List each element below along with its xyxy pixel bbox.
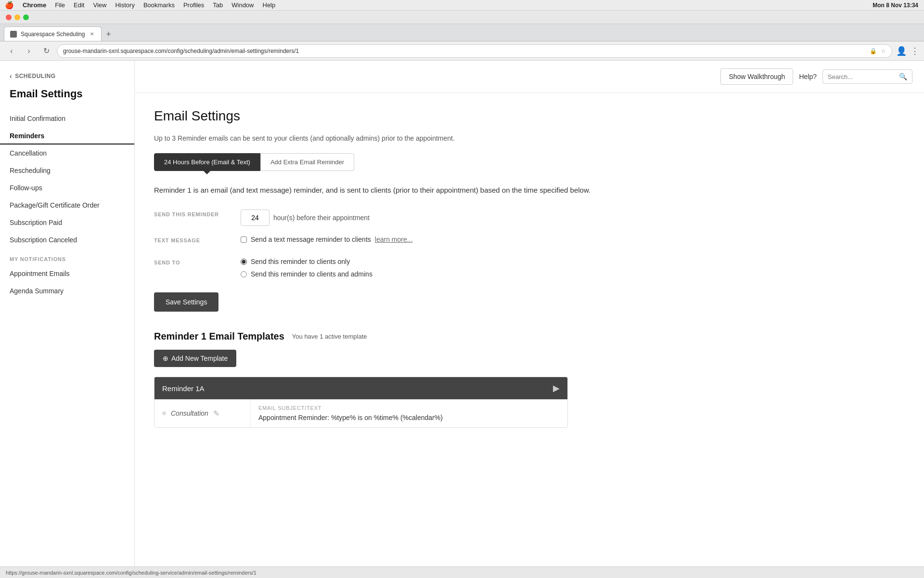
menu-window[interactable]: Window <box>231 1 254 9</box>
template-email-value: Appointment Reminder: %type% is on %time… <box>258 414 560 421</box>
save-settings-button[interactable]: Save Settings <box>154 292 218 312</box>
template-card: Reminder 1A ▶ Consultation ✎ EMAIL SUBJE… <box>154 377 568 428</box>
tab-add-extra[interactable]: Add Extra Email Reminder <box>260 153 354 171</box>
sidebar: ‹ SCHEDULING Email Settings Initial Conf… <box>0 61 135 566</box>
address-bar-row: ‹ › ↻ grouse-mandarin-sxnl.squarespace.c… <box>0 41 924 61</box>
status-url: https://grouse-mandarin-sxnl.squarespace… <box>6 570 257 576</box>
radio-clients-only-label: Send this reminder to clients only <box>251 258 350 265</box>
address-bar[interactable]: grouse-mandarin-sxnl.squarespace.com/con… <box>57 44 892 58</box>
sidebar-item-agenda-summary[interactable]: Agenda Summary <box>0 282 134 300</box>
form-section: SEND THIS REMINDER hour(s) before their … <box>154 210 905 283</box>
hours-suffix: hour(s) before their appointment <box>273 214 370 222</box>
send-to-control: Send this reminder to clients only Send … <box>241 258 905 283</box>
close-window-button[interactable] <box>6 14 12 20</box>
tab-buttons: 24 Hours Before (Email & Text) Add Extra… <box>154 153 905 171</box>
traffic-lights <box>6 14 29 20</box>
mac-menu-bar: 🍎 Chrome File Edit View History Bookmark… <box>0 0 924 11</box>
template-card-header: Reminder 1A ▶ <box>154 377 567 399</box>
back-button[interactable]: ‹ <box>5 44 18 58</box>
radio-clients-only[interactable] <box>241 259 247 265</box>
send-reminder-row: SEND THIS REMINDER hour(s) before their … <box>154 210 905 226</box>
new-tab-button[interactable]: + <box>102 27 115 41</box>
search-icon[interactable]: 🔍 <box>899 73 907 80</box>
sidebar-item-appointment-emails[interactable]: Appointment Emails <box>0 265 134 282</box>
learn-more-link[interactable]: learn more... <box>375 236 413 243</box>
menu-profiles[interactable]: Profiles <box>183 1 204 9</box>
my-notifications-label: MY NOTIFICATIONS <box>0 249 134 265</box>
show-walkthrough-button[interactable]: Show Walkthrough <box>720 68 793 85</box>
radio-clients-admins[interactable] <box>241 271 247 277</box>
content-area: Email Settings Up to 3 Reminder emails c… <box>135 93 924 566</box>
status-bar: https://grouse-mandarin-sxnl.squarespace… <box>0 566 924 578</box>
menu-edit[interactable]: Edit <box>74 1 84 9</box>
tab-favicon <box>10 31 17 38</box>
templates-title: Reminder 1 Email Templates <box>154 331 284 342</box>
forward-button[interactable]: › <box>22 44 36 58</box>
text-message-row: TEXT MESSAGE Send a text message reminde… <box>154 236 905 248</box>
star-icon[interactable]: ☆ <box>881 48 886 54</box>
text-message-checkbox[interactable] <box>241 236 247 243</box>
sidebar-item-subscription-paid[interactable]: Subscription Paid <box>0 214 134 231</box>
template-expand-icon[interactable]: ▶ <box>553 383 560 394</box>
template-header-title: Reminder 1A <box>162 384 205 393</box>
maximize-window-button[interactable] <box>23 14 29 20</box>
description: Up to 3 Reminder emails can be sent to y… <box>154 133 905 144</box>
apple-menu[interactable]: 🍎 <box>5 1 14 10</box>
more-options-icon[interactable]: ⋮ <box>911 46 919 56</box>
system-time: Mon 8 Nov 13:34 <box>873 2 918 9</box>
send-to-label: SEND TO <box>154 258 231 265</box>
search-input[interactable] <box>828 73 895 80</box>
sidebar-title: Email Settings <box>0 88 134 110</box>
sidebar-item-follow-ups[interactable]: Follow-ups <box>0 179 134 197</box>
template-email-cell: EMAIL SUBJECT/TEXT Appointment Reminder:… <box>251 399 567 427</box>
hours-input[interactable] <box>241 210 270 226</box>
sidebar-back-link[interactable]: ‹ SCHEDULING <box>0 70 134 88</box>
text-message-label: TEXT MESSAGE <box>154 236 231 243</box>
menu-view[interactable]: View <box>93 1 106 9</box>
add-template-button[interactable]: ⊕ Add New Template <box>154 350 236 367</box>
minimize-window-button[interactable] <box>14 14 20 20</box>
profile-icon[interactable]: 👤 <box>896 46 907 56</box>
browser-titlebar <box>0 11 924 24</box>
template-card-body: Consultation ✎ EMAIL SUBJECT/TEXT Appoin… <box>154 399 567 427</box>
tab-24-hours[interactable]: 24 Hours Before (Email & Text) <box>154 153 260 171</box>
menu-history[interactable]: History <box>115 1 134 9</box>
sidebar-nav: Initial Confirmation Reminders Cancellat… <box>0 110 134 300</box>
app-layout: ‹ SCHEDULING Email Settings Initial Conf… <box>0 61 924 566</box>
menu-tab[interactable]: Tab <box>213 1 223 9</box>
plus-icon: ⊕ <box>163 355 168 362</box>
active-template-count: You have 1 active template <box>292 333 367 340</box>
menu-help[interactable]: Help <box>263 1 276 9</box>
browser-tab[interactable]: Squarespace Scheduling ✕ <box>4 26 102 41</box>
sidebar-back-label: SCHEDULING <box>15 73 55 79</box>
shield-icon: 🔒 <box>870 48 877 54</box>
template-edit-icon[interactable]: ✎ <box>213 409 219 418</box>
text-message-checkbox-label: Send a text message reminder to clients <box>251 236 371 243</box>
sidebar-item-reminders[interactable]: Reminders <box>0 127 134 144</box>
sidebar-item-cancellation[interactable]: Cancellation <box>0 144 134 162</box>
tab-title: Squarespace Scheduling <box>21 31 85 38</box>
content-wrapper: Show Walkthrough Help? 🔍 Email Settings … <box>135 61 924 566</box>
search-box[interactable]: 🔍 <box>822 69 912 84</box>
sidebar-item-rescheduling[interactable]: Rescheduling <box>0 162 134 179</box>
menu-chrome[interactable]: Chrome <box>23 1 46 9</box>
template-status-dot <box>162 411 166 415</box>
tab-close-button[interactable]: ✕ <box>89 31 95 38</box>
top-bar: Show Walkthrough Help? 🔍 <box>135 61 924 93</box>
send-reminder-control: hour(s) before their appointment <box>241 210 905 226</box>
add-template-label: Add New Template <box>171 355 228 362</box>
menu-bookmarks[interactable]: Bookmarks <box>143 1 175 9</box>
template-email-label: EMAIL SUBJECT/TEXT <box>258 405 560 411</box>
send-to-row: SEND TO Send this reminder to clients on… <box>154 258 905 283</box>
sidebar-item-initial-confirmation[interactable]: Initial Confirmation <box>0 110 134 127</box>
menu-file[interactable]: File <box>55 1 65 9</box>
help-link[interactable]: Help? <box>799 73 817 80</box>
browser-tab-bar: Squarespace Scheduling ✕ + <box>0 24 924 41</box>
sidebar-item-package-gift[interactable]: Package/Gift Certificate Order <box>0 197 134 214</box>
text-message-control: Send a text message reminder to clients … <box>241 236 905 248</box>
address-icons: 🔒 ☆ <box>870 48 886 54</box>
template-name-cell: Consultation ✎ <box>154 399 251 427</box>
reload-button[interactable]: ↻ <box>39 44 53 58</box>
radio-clients-admins-label: Send this reminder to clients and admins <box>251 270 372 278</box>
sidebar-item-subscription-canceled[interactable]: Subscription Canceled <box>0 231 134 249</box>
